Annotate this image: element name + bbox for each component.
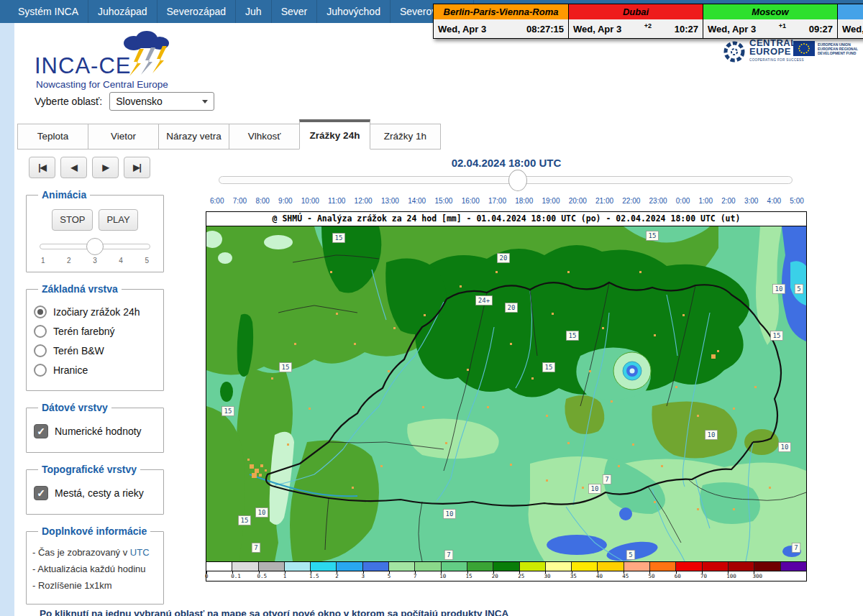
time-tick[interactable]: 2:00	[721, 197, 735, 205]
time-tick[interactable]: 5:00	[790, 197, 803, 205]
tab-n-razy-vetra[interactable]: Nárazy vetra	[158, 124, 229, 150]
time-tick[interactable]: 14:00	[408, 197, 426, 205]
city-marker	[552, 313, 554, 315]
time-tick[interactable]: 12:00	[355, 197, 373, 205]
prev-frame-button[interactable]: ◀	[60, 157, 87, 178]
tab-vlhkos[interactable]: Vlhkosť	[229, 124, 300, 150]
tab-zr-ky-24h[interactable]: Zrážky 24h	[299, 119, 370, 150]
time-tick[interactable]: 15:00	[434, 197, 452, 205]
region-select[interactable]: Slovensko	[109, 92, 214, 111]
map-value-label: 15	[566, 331, 578, 341]
time-tick[interactable]: 0:00	[676, 197, 690, 205]
nav-item-juhov-chod[interactable]: Juhovýchod	[316, 0, 390, 23]
radio-option-ter-n-farebn[interactable]: Terén farebný	[34, 325, 157, 338]
checkbox-option-numerick-hodnoty[interactable]: ✓Numerické hodnoty	[34, 424, 157, 438]
legend-value: 7	[414, 573, 417, 579]
info-line: - Aktualizácia každú hodinu	[32, 564, 157, 574]
nav-item-juh[interactable]: Juh	[235, 0, 271, 23]
eu-logo-text-line: EUROPEAN REGIONAL	[818, 47, 858, 51]
radio-option-izo-iary-zr-ok-24h[interactable]: Izočiary zrážok 24h	[34, 305, 157, 318]
city-marker	[330, 271, 332, 273]
play-button[interactable]: PLAY	[99, 209, 137, 231]
legend-tick-mark	[206, 571, 207, 574]
radio-option-hranice[interactable]: Hranice	[34, 364, 157, 377]
tab-teplota[interactable]: Teplota	[17, 124, 88, 150]
checkbox-icon[interactable]: ✓	[34, 424, 48, 438]
time-tick[interactable]: 11:00	[328, 197, 345, 205]
svg-text:10: 10	[446, 510, 454, 518]
time-tick[interactable]: 8:00	[255, 197, 269, 205]
legend-color-cell	[310, 562, 336, 571]
time-tick[interactable]: 19:00	[542, 197, 560, 205]
time-tick[interactable]: 7:00	[233, 197, 247, 205]
info-line: - Rozlíšenie 1x1km	[32, 580, 157, 591]
time-tick[interactable]: 6:00	[210, 197, 224, 205]
city-marker	[632, 443, 634, 446]
city-marker	[496, 271, 498, 273]
main-panel: 02.04.2024 18:00 UTC 6:007:008:009:0010:…	[206, 157, 807, 169]
legend-tick-mark	[545, 571, 546, 574]
map-value-label: 10	[588, 484, 601, 494]
stop-button[interactable]: STOP	[52, 209, 93, 231]
time-tick[interactable]: 22:00	[622, 197, 640, 205]
time-tick[interactable]: 10:00	[301, 197, 319, 205]
svg-text:15: 15	[335, 234, 343, 242]
legend-color-cell	[258, 562, 284, 571]
speed-label: 5	[145, 257, 149, 265]
precipitation-map[interactable]: @ SHMÚ - Analýza zrážok za 24 hod [mm] -…	[206, 211, 807, 581]
time-tick[interactable]: 18:00	[515, 197, 533, 205]
radio-icon[interactable]	[34, 325, 47, 338]
nav-item-severoz-pad[interactable]: Severozápad	[157, 0, 236, 23]
legend-value: 30	[544, 573, 550, 579]
last-frame-button[interactable]: ▶|	[124, 157, 150, 178]
time-tick[interactable]: 1:00	[699, 197, 713, 205]
time-tick[interactable]: 17:00	[488, 197, 506, 205]
radio-icon[interactable]	[34, 364, 47, 377]
map-value-label: 15	[646, 231, 658, 241]
data-layers-panel: Dátové vrstvy ✓Numerické hodnoty	[26, 402, 164, 453]
radio-option-ter-n-b-w[interactable]: Terén B&W	[34, 344, 157, 357]
tab-zr-ky-1h[interactable]: Zrážky 1h	[370, 124, 441, 150]
time-tick[interactable]: 13:00	[381, 197, 399, 205]
nav-item-syst-m-inca[interactable]: Systém INCA	[9, 0, 88, 23]
utc-link[interactable]: UTC	[130, 547, 150, 558]
time-slider[interactable]	[219, 176, 793, 184]
radio-icon[interactable]	[34, 344, 47, 357]
first-frame-button[interactable]: |◀	[29, 157, 55, 178]
region-select-value: Slovensko	[116, 96, 163, 107]
legend-value: 2	[335, 573, 339, 579]
legend-tick-mark	[624, 571, 624, 574]
checkbox-option-mest-cesty-a-rieky[interactable]: ✓Mestá, cesty a rieky	[34, 486, 157, 500]
legend-value: 15	[466, 573, 472, 579]
legend-color-cell	[441, 562, 467, 571]
next-frame-button[interactable]: ▶	[92, 157, 119, 178]
city-marker	[582, 487, 584, 489]
time-tick[interactable]: 21:00	[595, 197, 613, 205]
time-tick[interactable]: 9:00	[278, 197, 292, 205]
legend-value: 25	[518, 573, 524, 579]
map-value-label: 15	[332, 234, 344, 243]
time-tick[interactable]: 3:00	[744, 197, 758, 205]
time-tick[interactable]: 4:00	[767, 197, 781, 205]
city-marker	[424, 314, 426, 316]
city-marker	[294, 343, 296, 345]
speed-slider[interactable]	[40, 244, 150, 249]
nav-item-sever[interactable]: Sever	[271, 0, 317, 23]
time-tick[interactable]: 23:00	[649, 197, 667, 205]
speed-slider-handle[interactable]	[86, 238, 104, 255]
city-marker	[682, 314, 685, 316]
city-marker	[510, 464, 512, 466]
time-slider-handle[interactable]	[508, 170, 527, 191]
tab-vietor[interactable]: Vietor	[88, 124, 159, 150]
time-tick[interactable]: 20:00	[569, 197, 587, 205]
speed-label: 3	[93, 257, 97, 265]
checkbox-icon[interactable]: ✓	[34, 486, 48, 500]
nav-item-juhoz-pad[interactable]: Juhozápad	[88, 0, 157, 23]
city-marker	[460, 285, 462, 288]
legend-color-cell	[284, 562, 310, 571]
city-marker	[733, 508, 735, 510]
time-tick[interactable]: 16:00	[462, 197, 480, 205]
radio-icon[interactable]	[34, 305, 47, 318]
chevron-down-icon	[202, 100, 208, 104]
city-marker	[546, 479, 548, 482]
